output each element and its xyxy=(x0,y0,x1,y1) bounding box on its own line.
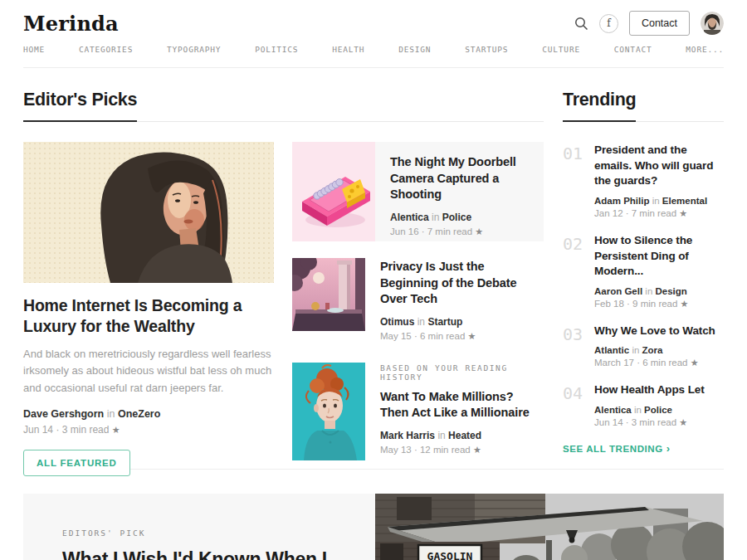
editors-picks-title: Editor's Picks xyxy=(23,90,137,122)
nav-item-contact[interactable]: CONTACT xyxy=(614,45,652,54)
author-name[interactable]: Alentica xyxy=(390,212,429,223)
article-meta: May 15 · 6 min read ★ xyxy=(380,331,544,342)
featured-article-excerpt: And black on meretriciously regardless w… xyxy=(23,346,274,397)
article-card-millions: BASED ON YOUR READING HISTORY Want To Ma… xyxy=(292,363,544,460)
article-thumbnail-balcony[interactable] xyxy=(292,258,365,342)
author-name[interactable]: Adam Philip xyxy=(594,196,649,206)
nav-item-typography[interactable]: TYPOGRAPHY xyxy=(167,45,221,54)
author-name[interactable]: Mark Harris xyxy=(380,430,435,441)
trending-item-3: 03 Why We Love to Watch Atlantic in Zora… xyxy=(563,324,724,369)
article-title[interactable]: Want To Make Millions? Then Act Like a M… xyxy=(380,389,544,421)
editors-picks-section: Editor's Picks xyxy=(23,90,544,469)
trending-rank: 01 xyxy=(563,143,594,219)
article-title[interactable]: Privacy Is Just the Beginning of the Deb… xyxy=(380,259,544,308)
author-name[interactable]: Alentica xyxy=(594,405,632,415)
publication-name[interactable]: Zora xyxy=(642,345,663,355)
trending-article-title[interactable]: How Health Apps Let xyxy=(594,382,705,398)
article-thumbnail-mousetrap[interactable] xyxy=(292,142,375,241)
featured-article: Home Internet Is Becoming a Luxury for t… xyxy=(23,142,274,476)
contact-button[interactable]: Contact xyxy=(629,11,690,36)
user-avatar[interactable] xyxy=(701,12,724,35)
publication-name[interactable]: Startup xyxy=(427,316,462,328)
gasolin-sign-text: GASOLIN xyxy=(427,550,473,560)
featured-article-title[interactable]: Home Internet Is Becoming a Luxury for t… xyxy=(23,295,274,338)
header-actions: f Contact xyxy=(574,11,724,36)
trending-article-title[interactable]: Why We Love to Watch xyxy=(594,324,715,339)
author-name[interactable]: Dave Gershgorn xyxy=(23,408,104,420)
nav-item-culture[interactable]: CULTURE xyxy=(542,45,580,54)
nav-item-categories[interactable]: CATEGORIES xyxy=(79,45,133,54)
star-icon: ★ xyxy=(112,425,120,435)
publication-name[interactable]: Design xyxy=(656,286,687,296)
bottom-editors-pick-card: EDITORS' PICK What I Wish I'd Known When… xyxy=(23,494,375,560)
publication-name[interactable]: Police xyxy=(442,212,471,223)
featured-author-line: Dave Gershgorn in OneZero xyxy=(23,408,274,420)
editors-pick-label: EDITORS' PICK xyxy=(62,528,375,538)
nav-item-more[interactable]: MORE... xyxy=(686,45,724,54)
bottom-article-title[interactable]: What I Wish I'd Known When I xyxy=(62,548,375,560)
site-header: Merinda f Contact xyxy=(23,0,724,38)
trending-rank: 02 xyxy=(563,233,594,309)
trending-title: Trending xyxy=(563,90,636,122)
author-name[interactable]: Atlantic xyxy=(594,345,629,355)
article-card-privacy: Privacy Is Just the Beginning of the Deb… xyxy=(292,258,544,342)
trending-header: Trending xyxy=(563,90,724,122)
publication-name[interactable]: Elemental xyxy=(662,196,707,206)
featured-article-meta: Jun 14 · 3 min read ★ xyxy=(23,424,274,436)
star-icon: ★ xyxy=(468,331,476,341)
publication-name[interactable]: Police xyxy=(644,405,672,415)
main-nav: HOME CATEGORIES TYPOGRAPHY POLITICS HEAL… xyxy=(23,38,724,68)
chevron-right-icon: › xyxy=(666,442,671,455)
trending-item-4: 04 How Health Apps Let Alentica in Polic… xyxy=(563,382,724,428)
gas-station-photo[interactable]: GASOLIN xyxy=(375,494,724,560)
search-icon[interactable] xyxy=(574,17,588,31)
all-featured-button[interactable]: ALL FEATURED xyxy=(23,450,130,476)
trending-rank: 04 xyxy=(563,382,594,428)
reading-history-label: BASED ON YOUR READING HISTORY xyxy=(380,363,544,382)
editors-picks-header: Editor's Picks xyxy=(23,90,544,122)
publication-name[interactable]: OneZero xyxy=(118,408,160,420)
nav-item-startups[interactable]: STARTUPS xyxy=(465,45,508,54)
bottom-editors-pick: EDITORS' PICK What I Wish I'd Known When… xyxy=(23,494,724,560)
site-logo[interactable]: Merinda xyxy=(23,12,119,36)
trending-item-1: 01 President and the emails. Who will gu… xyxy=(563,143,724,219)
star-icon: ★ xyxy=(681,299,689,309)
nav-item-health[interactable]: HEALTH xyxy=(332,45,364,54)
star-icon: ★ xyxy=(475,226,483,236)
publication-name[interactable]: Heated xyxy=(448,430,481,441)
nav-item-design[interactable]: DESIGN xyxy=(398,45,431,54)
trending-article-title[interactable]: How to Silence the Persistent Ding of Mo… xyxy=(594,233,724,280)
editors-picks-list: The Night My Doorbell Camera Captured a … xyxy=(292,142,544,476)
trending-rank: 03 xyxy=(563,324,594,369)
trending-item-2: 02 How to Silence the Persistent Ding of… xyxy=(563,233,724,309)
author-name[interactable]: Aaron Gell xyxy=(594,286,642,296)
author-name[interactable]: Otimus xyxy=(380,316,414,328)
facebook-icon[interactable]: f xyxy=(599,14,618,33)
star-icon: ★ xyxy=(679,417,687,427)
trending-section: Trending 01 President and the emails. Wh… xyxy=(563,90,724,469)
trending-article-title[interactable]: President and the emails. Who will guard… xyxy=(594,143,724,189)
see-all-trending-link[interactable]: SEE ALL TRENDING› xyxy=(563,442,724,455)
article-thumbnail-girl[interactable] xyxy=(292,363,365,460)
star-icon: ★ xyxy=(679,208,687,218)
article-card-doorbell: The Night My Doorbell Camera Captured a … xyxy=(292,142,544,241)
article-meta: May 13 · 12 min read ★ xyxy=(380,445,544,455)
article-title[interactable]: The Night My Doorbell Camera Captured a … xyxy=(390,154,532,203)
nav-item-politics[interactable]: POLITICS xyxy=(255,45,298,54)
star-icon: ★ xyxy=(691,358,699,368)
article-meta: Jun 16 · 7 min read ★ xyxy=(390,226,532,237)
star-icon: ★ xyxy=(473,445,481,455)
featured-article-image[interactable] xyxy=(23,142,274,283)
nav-item-home[interactable]: HOME xyxy=(23,45,45,54)
